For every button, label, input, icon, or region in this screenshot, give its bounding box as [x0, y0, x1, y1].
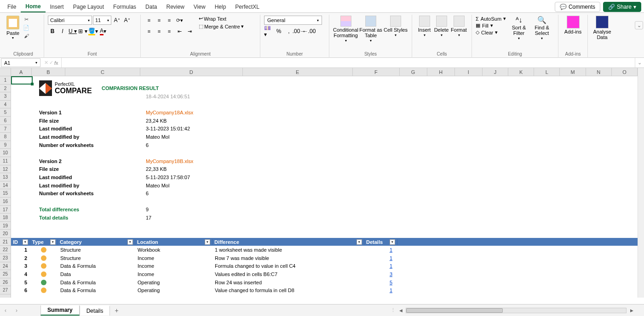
add-sheet-button[interactable]: + — [110, 307, 123, 314]
col-header-L[interactable]: L — [534, 68, 560, 76]
row-header-10[interactable]: 10 — [0, 149, 11, 157]
tab-page-layout[interactable]: Page Layout — [69, 2, 109, 12]
row-headers[interactable]: 1234567891011121314151617181920212223242… — [0, 76, 11, 298]
row-header-3[interactable]: 3 — [0, 92, 11, 101]
fill-color-button[interactable]: 🪣▾ — [88, 27, 98, 36]
border-button[interactable]: ⊞ ▾ — [78, 27, 87, 36]
col-header-I[interactable]: I — [455, 68, 483, 76]
tab-insert[interactable]: Insert — [46, 2, 69, 12]
row-header-12[interactable]: 12 — [0, 165, 11, 174]
col-header-K[interactable]: K — [508, 68, 534, 76]
cell-details-link[interactable]: 1 — [364, 255, 395, 261]
row-header-24[interactable]: 24 — [0, 262, 11, 271]
wrap-text-button[interactable]: ↩ Wrap Text — [199, 16, 244, 22]
orientation-button[interactable]: ⟳▾ — [175, 16, 184, 25]
tab-data[interactable]: Data — [141, 2, 161, 12]
cell-details-link[interactable]: 3 — [364, 271, 395, 277]
row-header-26[interactable]: 26 — [0, 278, 11, 287]
name-box[interactable]: A1▾ — [1, 58, 40, 67]
row-header-11[interactable]: 11 — [0, 157, 11, 165]
sheet-nav-next[interactable]: › — [11, 307, 22, 314]
align-bottom-button[interactable]: ≡ — [165, 16, 174, 25]
row-header-4[interactable]: 4 — [0, 101, 11, 109]
sheet-tab-summary[interactable]: Summary — [40, 305, 80, 316]
filter-diff-button[interactable]: ▾ — [356, 239, 362, 245]
row-header-19[interactable]: 19 — [0, 222, 11, 230]
formula-bar[interactable] — [61, 58, 635, 68]
table-row[interactable]: 2StructureIncomeRow 7 was made visible1 — [12, 254, 638, 262]
hscroll-left[interactable]: ◀ — [397, 308, 404, 313]
bold-button[interactable]: B — [48, 27, 57, 36]
collapse-ribbon-button[interactable]: ⌄ — [635, 21, 643, 29]
italic-button[interactable]: I — [58, 27, 67, 36]
font-color-button[interactable]: A▾ — [98, 27, 108, 36]
font-size-select[interactable]: 11▾ — [93, 16, 111, 25]
tab-file[interactable]: File — [3, 2, 21, 12]
cell-styles-button[interactable]: Cell Styles▾ — [383, 16, 408, 37]
decrease-font-button[interactable]: A˅ — [122, 16, 132, 25]
row-header-13[interactable]: 13 — [0, 173, 11, 181]
font-name-select[interactable]: Calibri▾ — [48, 16, 92, 25]
indent-increase-button[interactable]: ⇥ — [185, 27, 194, 36]
sort-filter-button[interactable]: ᴬ↓Sort & Filter▾ — [509, 16, 529, 40]
row-header-1[interactable]: 1 — [0, 76, 11, 85]
cell-details-link[interactable]: 1 — [364, 288, 395, 293]
row-header-14[interactable]: 14 — [0, 181, 11, 190]
row-header-22[interactable]: 22 — [0, 246, 11, 254]
horizontal-scrollbar[interactable] — [406, 308, 627, 313]
table-row[interactable]: 1StructureWorkbook1 worksheet was made v… — [12, 246, 638, 254]
table-row[interactable]: 3Data & FormulaIncomeFormula changed to … — [12, 262, 638, 271]
col-header-E[interactable]: E — [243, 68, 353, 76]
expand-formula-bar-button[interactable]: ⌄ — [635, 58, 644, 68]
cells-area[interactable]: PerfectXLCOMPARE COMPARISION RESULT 18-4… — [11, 76, 638, 298]
row-header-16[interactable]: 16 — [0, 198, 11, 206]
tab-perfectxl[interactable]: PerfectXL — [230, 2, 264, 12]
align-right-button[interactable]: ≡ — [165, 27, 174, 36]
row-header-23[interactable]: 23 — [0, 254, 11, 262]
col-header-N[interactable]: N — [586, 68, 612, 76]
indent-decrease-button[interactable]: ⇤ — [175, 27, 184, 36]
col-header-F[interactable]: F — [353, 68, 400, 76]
conditional-formatting-button[interactable]: Conditional Formatting▾ — [333, 16, 358, 43]
percent-button[interactable]: % — [274, 27, 283, 36]
row-header-15[interactable]: 15 — [0, 189, 11, 198]
row-header-8[interactable]: 8 — [0, 133, 11, 141]
row-header-2[interactable]: 2 — [0, 85, 11, 93]
table-row[interactable]: 5Data & FormulaOperatingRow 24 was inser… — [12, 278, 638, 287]
col-header-D[interactable]: D — [140, 68, 243, 76]
insert-cells-button[interactable]: Insert▾ — [416, 16, 433, 37]
column-headers[interactable]: ABCDEFGHIJKLMNO — [11, 68, 638, 76]
col-header-A[interactable]: A — [11, 68, 32, 76]
decrease-decimal-button[interactable]: ←.00 — [305, 27, 314, 36]
fx-icon[interactable]: fx — [54, 60, 58, 66]
find-select-button[interactable]: 🔍Find & Select▾ — [532, 16, 552, 40]
format-cells-button[interactable]: Format▾ — [450, 16, 468, 37]
tab-home[interactable]: Home — [21, 1, 45, 12]
table-row[interactable]: 4DataIncomeValues edited in cells B6:C73 — [12, 270, 638, 278]
cell-details-link[interactable]: 1 — [364, 263, 395, 269]
table-row[interactable]: 6Data & FormulaOperatingValue changed to… — [12, 286, 638, 294]
row-header-5[interactable]: 5 — [0, 108, 11, 117]
cell-details-link[interactable]: 1 — [364, 247, 395, 253]
increase-font-button[interactable]: A˄ — [112, 16, 121, 25]
underline-button[interactable]: U ▾ — [68, 27, 77, 36]
paste-button[interactable]: Paste ▾ — [6, 16, 19, 40]
row-header-27[interactable]: 27 — [0, 286, 11, 294]
row-header-20[interactable]: 20 — [0, 230, 11, 238]
autosum-button[interactable]: Σ AutoSum ▾ — [476, 16, 506, 22]
number-format-select[interactable]: General▾ — [264, 16, 322, 25]
col-header-M[interactable]: M — [560, 68, 586, 76]
delete-cells-button[interactable]: Delete▾ — [433, 16, 450, 37]
fill-button[interactable]: ▦ Fill ▾ — [476, 23, 506, 28]
select-all-corner[interactable] — [0, 68, 11, 76]
clear-button[interactable]: ◇ Clear ▾ — [476, 29, 506, 35]
align-left-button[interactable]: ≡ — [144, 27, 154, 36]
row-header-7[interactable]: 7 — [0, 125, 11, 133]
tab-view[interactable]: View — [189, 2, 210, 12]
share-button[interactable]: 🔗 Share ▾ — [603, 2, 641, 12]
cut-button[interactable]: ✂ — [22, 16, 30, 23]
cancel-formula-icon[interactable]: ✕ — [44, 60, 48, 66]
tab-review[interactable]: Review — [161, 2, 189, 12]
hscroll-right[interactable]: ▶ — [628, 308, 635, 313]
addins-button[interactable]: Add-ins — [562, 16, 584, 34]
